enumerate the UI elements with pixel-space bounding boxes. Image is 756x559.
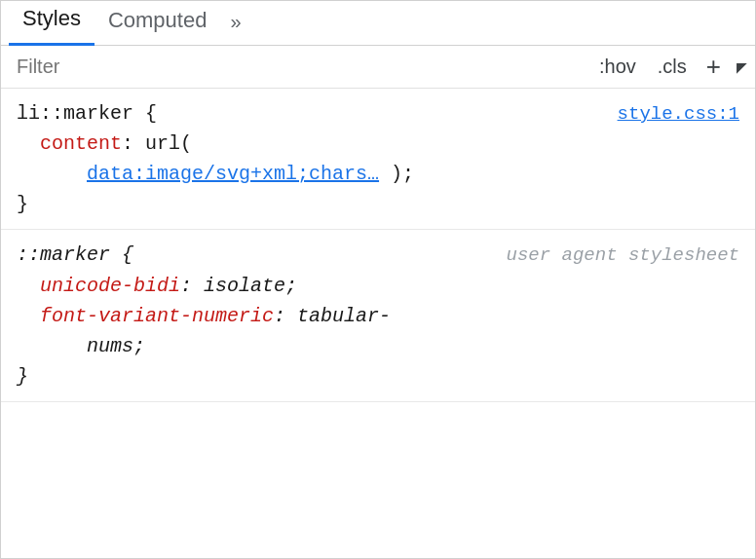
toolbar: :hov .cls + ◤ [1,46,755,89]
tab-bar: Styles Computed » [1,1,755,46]
css-rule-li-marker: li::marker { style.css:1 content: url( d… [1,89,755,230]
css-declaration-font-variant: font-variant-numeric: tabular- nums; [40,301,739,361]
css-property-font-variant: font-variant-numeric [40,305,274,327]
tab-more-icon: » [230,11,241,32]
css-rule-marker-ua: ::marker { user agent stylesheet unicode… [1,230,755,401]
tab-computed-label: Computed [108,8,208,32]
css-body-li-marker: content: url( data:image/svg+xml;chars… … [40,129,739,189]
devtools-panel: Styles Computed » :hov .cls + ◤ li::mark… [0,0,756,559]
css-colon-1: : url( [122,132,192,155]
css-property-content: content [40,132,122,155]
css-content: li::marker { style.css:1 content: url( d… [1,89,755,558]
css-rule-header-ua: ::marker { user agent stylesheet [17,240,739,270]
corner-decoration: ◤ [737,59,747,75]
css-rule-close-1: } [17,189,739,219]
user-agent-label: user agent stylesheet [507,242,739,270]
css-body-marker-ua: unicode-bidi: isolate; font-variant-nume… [40,271,739,361]
source-link-style-css[interactable]: style.css:1 [618,100,739,129]
css-rule-header: li::marker { style.css:1 [17,98,739,129]
hov-button[interactable]: :hov [593,54,642,80]
css-value-nums: nums; [87,335,145,357]
cls-button[interactable]: .cls [652,54,693,80]
css-value-font-variant: : tabular- [274,305,391,327]
css-value-end: ); [379,163,414,185]
selector-li-marker: li::marker { [17,98,157,129]
css-rule-close-2: } [17,361,739,391]
add-style-button[interactable]: + [702,52,725,82]
tab-more-button[interactable]: » [220,1,250,45]
css-property-unicode-bidi: unicode-bidi [40,275,180,297]
css-declaration-content: content: url( data:image/svg+xml;chars… … [40,129,739,189]
tab-computed[interactable]: Computed [94,0,221,45]
tab-styles-label: Styles [22,6,81,30]
filter-input[interactable] [9,52,586,82]
css-declaration-unicode-bidi: unicode-bidi: isolate; [40,271,739,301]
toolbar-buttons: :hov .cls + ◤ [593,52,747,82]
selector-marker-ua: ::marker { [17,240,133,270]
css-value-unicode-bidi: : isolate; [180,275,297,297]
tab-styles[interactable]: Styles [9,0,94,46]
css-data-url-link[interactable]: data:image/svg+xml;chars… [87,163,379,185]
